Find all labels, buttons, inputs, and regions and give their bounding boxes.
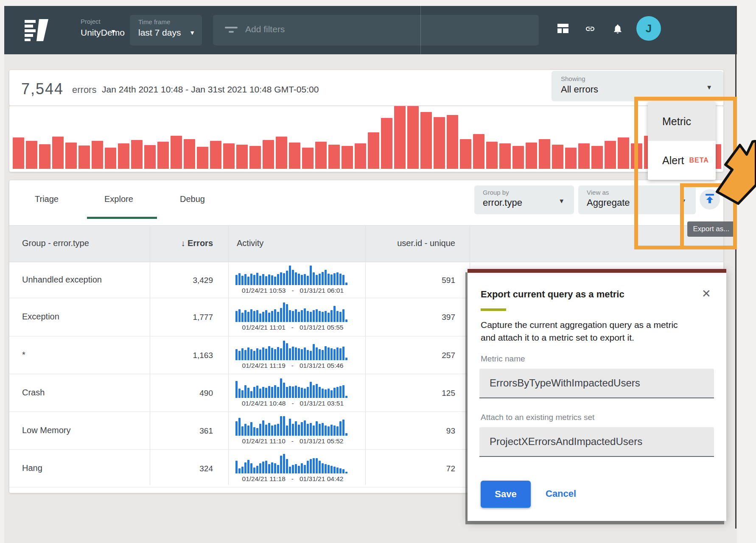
notifications-bell-icon[interactable] [612, 23, 623, 36]
histogram-bar[interactable] [52, 137, 64, 169]
histogram-bar[interactable] [565, 148, 577, 169]
histogram-bar[interactable] [118, 143, 129, 169]
histogram-bar[interactable] [605, 141, 616, 169]
close-icon[interactable]: ✕ [702, 287, 711, 300]
tab-triage[interactable]: Triage [35, 194, 59, 204]
histogram-bar[interactable] [486, 142, 498, 169]
histogram-bar[interactable] [460, 139, 471, 169]
activity-sparkline[interactable] [235, 378, 351, 398]
histogram-bar[interactable] [65, 143, 77, 169]
histogram-bar[interactable] [420, 112, 432, 169]
sparkline-bar [310, 351, 312, 360]
histogram-bar[interactable] [434, 117, 445, 169]
timeframe-label: Time frame [138, 18, 202, 25]
histogram-bar[interactable] [171, 136, 182, 169]
sparkline-bar [330, 310, 333, 322]
attach-set-value[interactable]: ProjectXErrorsAndImpactedUsers [479, 427, 714, 457]
user-avatar[interactable]: J [636, 16, 661, 41]
histogram-bar[interactable] [197, 147, 208, 169]
histogram-bar[interactable] [144, 145, 156, 169]
sparkline-bar [316, 275, 318, 285]
histogram-bar[interactable] [13, 137, 24, 169]
attach-set-field[interactable]: ProjectXErrorsAndImpactedUsers [479, 427, 714, 457]
column-header-group[interactable]: Group - error.type [22, 238, 89, 248]
save-button[interactable]: Save [481, 481, 531, 508]
dashboard-grid-icon[interactable] [557, 23, 569, 35]
histogram-bar[interactable] [407, 106, 419, 169]
sparkline-bar [328, 426, 330, 436]
sparkline-bar [265, 425, 267, 436]
sparkline-bar [322, 312, 324, 322]
tab-debug[interactable]: Debug [180, 194, 205, 204]
sparkline-bar [292, 386, 294, 398]
project-selector[interactable]: Project UnityDemo [81, 18, 125, 38]
histogram-bar[interactable] [355, 143, 366, 169]
histogram-bar[interactable] [289, 143, 300, 169]
chevron-down-icon[interactable]: ▼ [110, 28, 116, 35]
sparkline-bar [325, 389, 327, 398]
sparkline-bar [301, 310, 303, 322]
sparkline-bar [241, 348, 244, 360]
histogram-bar[interactable] [552, 145, 563, 169]
histogram-bar[interactable] [618, 137, 629, 169]
histogram-bar[interactable] [302, 148, 314, 169]
histogram-bar[interactable] [157, 142, 169, 169]
app-frame: Project UnityDemo ▼ Time frame last 7 da… [4, 6, 737, 543]
histogram-bar[interactable] [381, 118, 392, 169]
backtrace-logo-icon[interactable] [24, 18, 50, 43]
column-header-activity[interactable]: Activity [237, 238, 263, 248]
share-link-icon[interactable] [584, 24, 596, 36]
histogram-bar[interactable] [342, 146, 353, 169]
sparkline-bar [307, 311, 309, 322]
histogram-bar[interactable] [526, 143, 537, 169]
metric-name-field[interactable]: ErrorsByTypeWithImpactedUsers [479, 369, 714, 398]
users-value: 125 [365, 389, 455, 398]
histogram-bar[interactable] [105, 148, 116, 169]
group-value: Unhandled exception [22, 275, 102, 285]
histogram-bar[interactable] [184, 139, 195, 169]
histogram-bar[interactable] [578, 143, 590, 169]
cancel-button[interactable]: Cancel [546, 488, 576, 499]
sparkline-bar [259, 463, 261, 473]
activity-sparkline[interactable] [235, 302, 351, 322]
histogram-bar[interactable] [276, 137, 287, 169]
histogram-bar[interactable] [78, 146, 90, 169]
errors-histogram[interactable] [13, 106, 720, 169]
histogram-bar[interactable] [473, 134, 484, 169]
activity-sparkline[interactable] [235, 454, 351, 473]
histogram-bar[interactable] [39, 144, 50, 169]
histogram-bar[interactable] [512, 146, 524, 169]
histogram-bar[interactable] [315, 142, 327, 169]
histogram-bar[interactable] [26, 141, 37, 169]
histogram-bar[interactable] [499, 143, 511, 169]
histogram-bar[interactable] [447, 115, 458, 169]
histogram-bar[interactable] [328, 145, 340, 169]
sparkline-bar [339, 421, 342, 436]
histogram-bar[interactable] [263, 140, 274, 169]
histogram-bar[interactable] [92, 141, 103, 169]
activity-sparkline[interactable] [235, 266, 351, 285]
metric-name-value[interactable]: ErrorsByTypeWithImpactedUsers [479, 369, 714, 398]
histogram-bar[interactable] [236, 145, 248, 169]
histogram-bar[interactable] [210, 141, 221, 169]
column-header-errors[interactable]: ↓ Errors [132, 238, 213, 248]
histogram-bar[interactable] [368, 132, 379, 169]
sparkline-bar [339, 468, 342, 473]
histogram-bar[interactable] [394, 106, 406, 169]
tab-explore[interactable]: Explore [104, 194, 133, 204]
sparkline-bar [301, 422, 303, 436]
sparkline-bar [298, 425, 300, 436]
histogram-bar[interactable] [131, 140, 143, 169]
histogram-bar[interactable] [539, 139, 550, 169]
add-filters-input[interactable]: Add filters [213, 15, 539, 45]
histogram-bar[interactable] [249, 146, 261, 169]
column-header-users[interactable]: user.id - unique [365, 238, 455, 248]
histogram-bar[interactable] [223, 143, 235, 169]
chevron-down-icon: ▼ [706, 84, 712, 91]
activity-sparkline[interactable] [235, 341, 351, 360]
timeframe-selector[interactable]: Time frame last 7 days ▼ [130, 15, 202, 45]
sparkline-bar [235, 349, 238, 360]
histogram-bar[interactable] [591, 146, 603, 169]
activity-sparkline[interactable] [235, 416, 351, 436]
group-by-dropdown[interactable]: Group by error.type ▼ [474, 185, 574, 214]
